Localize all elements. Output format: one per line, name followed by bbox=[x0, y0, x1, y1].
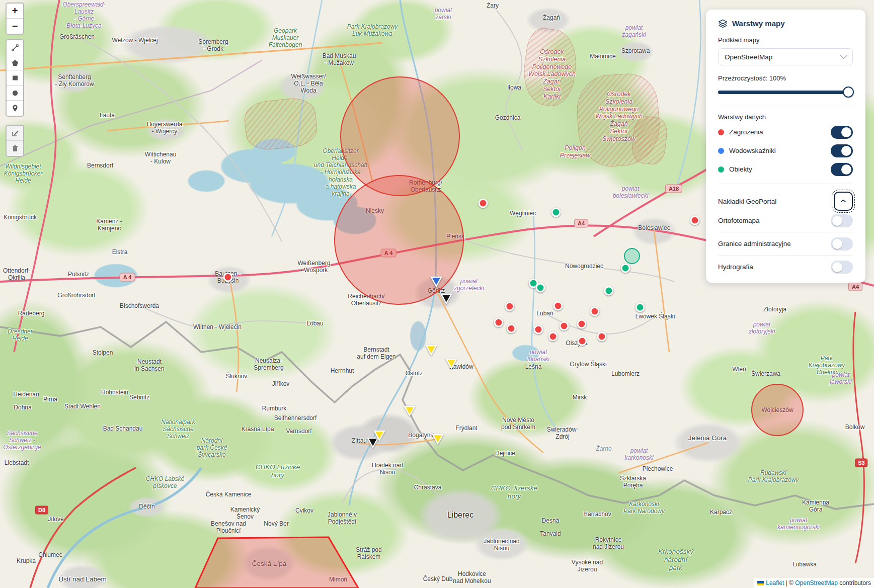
water-gauge-marker-yellow[interactable] bbox=[425, 344, 438, 356]
toggle-knob bbox=[841, 127, 851, 137]
draw-polyline-button[interactable] bbox=[7, 40, 23, 55]
threat-marker[interactable] bbox=[590, 307, 600, 316]
openstreetmap-link[interactable]: OpenStreetMap bbox=[795, 579, 838, 586]
draw-marker-button[interactable] bbox=[7, 101, 23, 116]
threat-marker[interactable] bbox=[479, 199, 488, 208]
zoom-out-button[interactable]: − bbox=[7, 19, 23, 34]
overlay-row-hydrografia: Hydrografia bbox=[718, 258, 853, 276]
marker-pin-icon bbox=[11, 104, 19, 112]
map-attribution: Leaflet | © OpenStreetMap contributors bbox=[754, 578, 874, 588]
draw-polygon-button[interactable] bbox=[7, 55, 23, 70]
threat-marker[interactable] bbox=[507, 324, 516, 333]
layer-toggle-zagrozenia[interactable] bbox=[831, 126, 853, 139]
geoportal-header-row: Nakładki GeoPortal bbox=[718, 191, 853, 211]
edit-toolbar bbox=[6, 125, 24, 157]
divider bbox=[718, 232, 853, 232]
attribution-separator: | © bbox=[784, 579, 795, 586]
green-dot-icon bbox=[718, 166, 724, 173]
water-gauge-marker-yellow[interactable] bbox=[445, 358, 458, 370]
circle-icon bbox=[11, 89, 19, 97]
edit-layers-button[interactable] bbox=[7, 126, 23, 141]
edit-icon bbox=[11, 129, 19, 137]
toggle-knob bbox=[841, 146, 851, 156]
basemap-select-value: OpenStreetMap bbox=[725, 53, 772, 61]
layer-row-zagrozenia: Zagrożenia bbox=[718, 123, 853, 141]
layer-toggle-wodowskazniki[interactable] bbox=[831, 144, 853, 157]
threat-marker[interactable] bbox=[597, 332, 607, 342]
overlay-row-ortofotomapa: Ortofotomapa bbox=[718, 211, 853, 230]
draw-toolbar bbox=[6, 39, 24, 117]
water-gauge-marker-yellow[interactable] bbox=[431, 433, 444, 445]
object-marker[interactable] bbox=[536, 283, 545, 293]
overlay-row-granice: Granice administracyjne bbox=[718, 234, 853, 253]
chevron-down-icon bbox=[840, 52, 847, 59]
divider bbox=[718, 106, 853, 106]
geoportal-overlays-label: Nakładki GeoPortal bbox=[718, 198, 776, 205]
zoom-control: + − bbox=[6, 3, 24, 35]
threat-marker[interactable] bbox=[223, 273, 233, 282]
layer-label: Zagrożenia bbox=[729, 128, 763, 136]
object-marker[interactable] bbox=[621, 264, 630, 273]
opacity-label: Przeźroczystość: 100% bbox=[718, 74, 853, 82]
layer-label: Wodowskaźniki bbox=[729, 147, 776, 154]
chevron-up-icon bbox=[840, 198, 847, 205]
red-dot-icon bbox=[718, 129, 724, 135]
object-marker[interactable] bbox=[635, 303, 645, 312]
toggle-knob bbox=[832, 262, 842, 272]
rectangle-icon bbox=[11, 74, 19, 82]
data-layers-label: Warstwy danych bbox=[718, 113, 853, 121]
polygon-icon bbox=[11, 59, 19, 67]
threat-marker[interactable] bbox=[690, 216, 700, 225]
map-application: Oberspreewald- Lausitz - Górne Błota-Łuż… bbox=[0, 0, 874, 588]
threat-marker[interactable] bbox=[553, 301, 563, 311]
collapse-geoportal-button[interactable] bbox=[834, 192, 853, 211]
layer-row-obiekty: Obiekty bbox=[718, 160, 853, 179]
attribution-suffix: contributors bbox=[838, 579, 871, 586]
object-marker[interactable] bbox=[604, 286, 614, 296]
overlay-label: Ortofotomapa bbox=[718, 217, 760, 224]
overlay-toggle-ortofotomapa[interactable] bbox=[831, 214, 853, 227]
toggle-knob bbox=[832, 216, 842, 226]
threat-marker[interactable] bbox=[494, 318, 504, 327]
threat-marker[interactable] bbox=[534, 325, 543, 334]
threat-marker[interactable] bbox=[560, 321, 569, 331]
layers-icon bbox=[718, 19, 728, 28]
basemap-select[interactable]: OpenStreetMap bbox=[718, 48, 853, 65]
panel-title-row: Warstwy mapy bbox=[718, 19, 853, 28]
draw-circle-button[interactable] bbox=[7, 86, 23, 101]
blue-dot-icon bbox=[718, 148, 724, 154]
threat-marker[interactable] bbox=[577, 319, 587, 329]
divider bbox=[718, 184, 853, 184]
layer-label: Obiekty bbox=[729, 165, 752, 173]
polyline-icon bbox=[11, 44, 19, 52]
panel-title: Warstwy mapy bbox=[732, 19, 784, 28]
overlay-toggle-hydrografia[interactable] bbox=[831, 261, 853, 274]
threat-marker[interactable] bbox=[578, 337, 587, 346]
layer-row-wodowskazniki: Wodowskaźniki bbox=[718, 141, 853, 160]
overlay-toggle-granice[interactable] bbox=[831, 237, 853, 250]
toggle-knob bbox=[832, 239, 842, 249]
opacity-slider[interactable] bbox=[718, 87, 853, 98]
draw-rectangle-button[interactable] bbox=[7, 70, 23, 86]
divider bbox=[718, 255, 853, 256]
delete-icon-button[interactable] bbox=[7, 141, 23, 156]
toggle-knob bbox=[841, 164, 851, 175]
layer-toggle-obiekty[interactable] bbox=[831, 163, 853, 176]
overlay-label: Hydrografia bbox=[718, 263, 753, 271]
map-layers-panel: Warstwy mapy Podkład mapy OpenStreetMap … bbox=[706, 10, 865, 283]
threat-marker[interactable] bbox=[548, 332, 558, 342]
zoom-in-button[interactable]: + bbox=[7, 4, 23, 19]
water-gauge-marker-yellow[interactable] bbox=[373, 430, 386, 442]
threat-marker[interactable] bbox=[505, 302, 515, 311]
water-gauge-marker-yellow[interactable] bbox=[403, 405, 416, 417]
ukraine-flag-icon bbox=[757, 581, 764, 585]
water-gauge-marker[interactable] bbox=[430, 276, 443, 288]
water-gauge-marker-black[interactable] bbox=[440, 293, 453, 305]
object-marker[interactable] bbox=[551, 208, 561, 217]
leaflet-link[interactable]: Leaflet bbox=[766, 579, 784, 586]
trash-icon bbox=[11, 144, 19, 152]
overlay-label: Granice administracyjne bbox=[718, 240, 791, 247]
basemap-label: Podkład mapy bbox=[718, 36, 853, 44]
opacity-slider-thumb[interactable] bbox=[843, 87, 854, 98]
opacity-slider-track bbox=[718, 91, 853, 94]
